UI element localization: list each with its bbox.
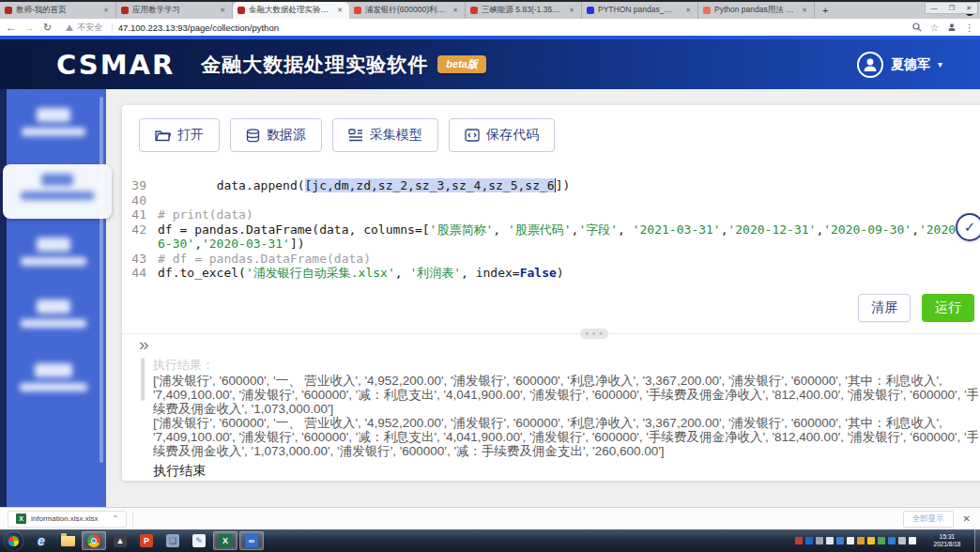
- sidebar-item-active[interactable]: [3, 164, 112, 219]
- tray-icon[interactable]: [795, 537, 803, 544]
- taskbar-explorer-icon[interactable]: [55, 531, 80, 550]
- tab-favicon-icon: [5, 7, 12, 14]
- taskbar-ie-icon[interactable]: e: [29, 531, 54, 550]
- tab-list: 教师-我的首页✕应用教学学习✕金融大数据处理实验软件✕浦发银行(600000)利…: [0, 0, 815, 19]
- tab-close-icon[interactable]: ✕: [335, 6, 345, 15]
- taskbar-csmar-client-icon[interactable]: ∞: [239, 531, 264, 550]
- beta-badge: beta版: [437, 55, 486, 73]
- tray-icon[interactable]: [816, 537, 823, 544]
- start-button[interactable]: [5, 532, 23, 550]
- show-desktop-button[interactable]: [974, 529, 980, 552]
- tray-icon[interactable]: [909, 537, 916, 544]
- user-menu[interactable]: 夏德军 ▾: [857, 52, 942, 78]
- download-caret-icon[interactable]: ⌃: [113, 514, 119, 523]
- forward-icon[interactable]: →: [24, 22, 35, 33]
- browser-tab[interactable]: 浦发银行(600000)利润表_新浪财✕: [349, 2, 466, 19]
- maximize-button[interactable]: ❐: [943, 3, 960, 13]
- tab-title: 教师-我的首页: [16, 5, 98, 16]
- browser-tab[interactable]: 金融大数据处理实验软件✕: [233, 2, 349, 19]
- code-line[interactable]: [158, 193, 980, 208]
- sidebar-item[interactable]: [7, 363, 100, 397]
- code-line[interactable]: # print(data): [158, 207, 980, 222]
- tray-icon[interactable]: [898, 537, 906, 544]
- database-button[interactable]: 数据源: [230, 118, 322, 152]
- tab-title: PYTHON pandas_百度搜索: [598, 5, 680, 16]
- browser-tab[interactable]: 教师-我的首页✕: [0, 2, 116, 19]
- line-number: 41: [122, 207, 158, 222]
- security-chip[interactable]: 不安全 |: [66, 22, 118, 34]
- code-line[interactable]: # df = pandas.DataFrame(data): [158, 252, 980, 267]
- show-all-downloads-button[interactable]: 全部显示: [903, 511, 954, 528]
- download-item[interactable]: X information.xlsx.xlsx ⌃: [8, 511, 127, 528]
- code-row[interactable]: 39 data.append([jc,dm,zd,sz_2,sz_3,sz_4,…: [122, 178, 980, 193]
- app-header: CSMAR 金融大数据处理实验软件 beta版 夏德军 ▾: [0, 39, 980, 89]
- line-number: 39: [122, 178, 158, 193]
- tab-title: 金融大数据处理实验软件: [249, 5, 331, 16]
- code-row[interactable]: 41# print(data): [122, 207, 980, 222]
- browser-tab[interactable]: 三峡能源 5.83(-1.35%)_股票行情✕: [466, 2, 582, 19]
- code-line[interactable]: df = pandas.DataFrame(data, columns=['股票…: [158, 222, 980, 252]
- console-line: ['浦发银行', '600000', '一、 营业收入', '4,952,200…: [153, 416, 978, 430]
- taskbar-app-icon[interactable]: ▲: [108, 531, 132, 550]
- code-line[interactable]: data.append([jc,dm,zd,sz_2,sz_3,sz_4,sz_…: [158, 178, 980, 193]
- tab-close-icon[interactable]: ✕: [683, 6, 693, 15]
- bookmark-star-icon[interactable]: ☆: [930, 23, 939, 33]
- zoom-icon[interactable]: [912, 23, 922, 32]
- minimize-button[interactable]: —: [926, 3, 943, 13]
- tab-favicon-icon: [470, 7, 478, 14]
- back-icon[interactable]: ←: [6, 22, 16, 33]
- tab-close-icon[interactable]: ✕: [451, 6, 460, 15]
- folder-open-button[interactable]: 打开: [139, 118, 220, 152]
- code-line[interactable]: df.to_excel('浦发银行自动采集.xlsx', '利润表', inde…: [158, 266, 980, 281]
- tab-close-icon[interactable]: ✕: [101, 6, 111, 15]
- browser-tab-strip: 教师-我的首页✕应用教学学习✕金融大数据处理实验软件✕浦发银行(600000)利…: [0, 0, 980, 19]
- taskbar-document-app-icon[interactable]: ❏: [161, 531, 185, 550]
- sidebar-item[interactable]: [7, 299, 100, 333]
- tab-close-icon[interactable]: ✕: [800, 6, 809, 15]
- taskbar-excel-icon[interactable]: X: [213, 531, 237, 550]
- sidebar-nav: [7, 89, 106, 507]
- close-download-bar-icon[interactable]: ✕: [963, 514, 971, 524]
- browser-tab[interactable]: 应用教学学习✕: [116, 2, 233, 19]
- tray-icon[interactable]: [888, 537, 896, 544]
- new-tab-button[interactable]: +: [815, 2, 835, 19]
- close-window-button[interactable]: ✕: [960, 3, 977, 13]
- profile-icon[interactable]: [947, 23, 957, 32]
- tray-icon[interactable]: [867, 537, 875, 544]
- tray-icon[interactable]: [826, 537, 834, 544]
- browser-tab[interactable]: PYTHON pandas_百度搜索✕: [582, 2, 698, 19]
- taskbar-pen-app-icon[interactable]: ✎: [187, 531, 211, 550]
- tray-icon[interactable]: [847, 537, 854, 544]
- excel-file-icon: X: [16, 514, 26, 524]
- check-circle-button[interactable]: ✓: [956, 213, 980, 241]
- code-row[interactable]: 40: [122, 193, 980, 208]
- tab-title: Python pandas用法 - 简书: [714, 5, 796, 16]
- save-code-button[interactable]: 保存代码: [449, 118, 555, 152]
- chevron-down-icon[interactable]: ▾: [938, 59, 942, 69]
- sidebar-item[interactable]: [7, 108, 100, 142]
- drag-handle[interactable]: ● ● ●: [580, 329, 608, 339]
- taskbar-clock[interactable]: 15:31 2021/8/18: [924, 533, 971, 548]
- reload-icon[interactable]: ↻: [43, 22, 52, 34]
- browser-tab[interactable]: Python pandas用法 - 简书✕: [698, 2, 815, 19]
- code-row[interactable]: 44df.to_excel('浦发银行自动采集.xlsx', '利润表', in…: [122, 266, 980, 281]
- collapse-icon[interactable]: »: [139, 334, 147, 355]
- tray-icon[interactable]: [857, 537, 865, 544]
- collect-model-button[interactable]: 采集模型: [332, 118, 438, 152]
- user-avatar-icon[interactable]: [857, 52, 883, 78]
- clear-button[interactable]: 清屏: [858, 294, 911, 322]
- tab-close-icon[interactable]: ✕: [218, 6, 227, 15]
- code-editor[interactable]: 39 data.append([jc,dm,zd,sz_2,sz_3,sz_4,…: [122, 178, 980, 281]
- taskbar-chrome-icon[interactable]: [82, 531, 106, 550]
- code-row[interactable]: 42df = pandas.DataFrame(data, columns=['…: [122, 222, 980, 252]
- tray-icon[interactable]: [805, 537, 813, 544]
- tab-close-icon[interactable]: ✕: [567, 6, 576, 15]
- url-input[interactable]: 47.100.223.13:93/page/collection/python: [118, 23, 912, 33]
- run-button[interactable]: 运行: [922, 294, 974, 322]
- tray-icon[interactable]: [878, 537, 885, 544]
- code-row[interactable]: 43# df = pandas.DataFrame(data): [122, 252, 980, 267]
- menu-icon[interactable]: ⋮: [965, 23, 974, 33]
- sidebar-item[interactable]: [7, 238, 100, 271]
- tray-icon[interactable]: [836, 537, 844, 544]
- taskbar-powerpoint-icon[interactable]: P: [134, 531, 159, 550]
